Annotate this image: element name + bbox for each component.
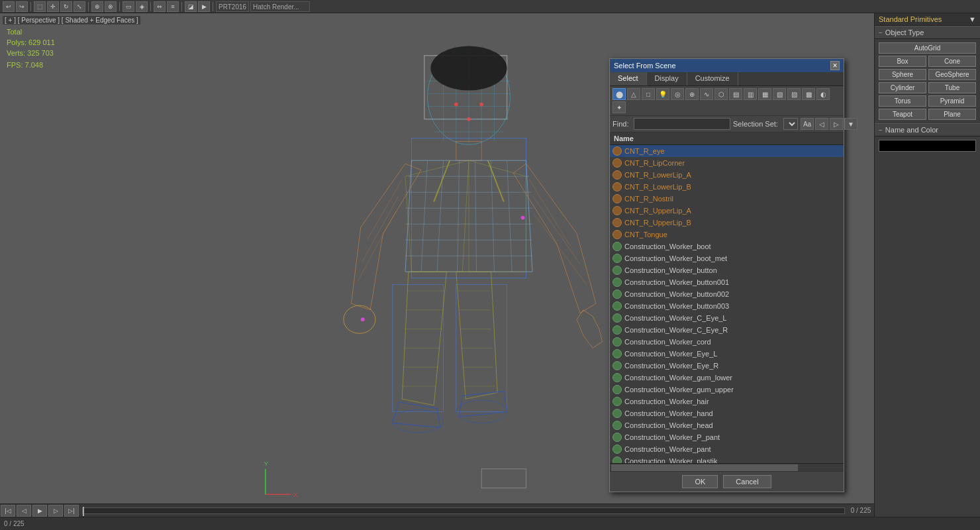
mirror-btn[interactable]: ⇔ [154,1,166,12]
snap-btn[interactable]: ⊕ [91,1,103,12]
snap2-btn[interactable]: ⊗ [105,1,117,12]
list-item[interactable]: Construction_Worker_button002 [610,288,844,300]
torus-btn[interactable]: Torus [879,95,926,107]
render-btn[interactable]: ▶ [198,1,210,12]
invert-btn[interactable]: ◐ [816,88,830,100]
cameras-btn[interactable]: ◎ [671,88,684,100]
list-item[interactable]: Construction_Worker_button001 [610,276,844,288]
list-item[interactable]: Construction_Worker_Eye_L [610,348,844,360]
scale-btn[interactable]: ⤡ [74,1,85,12]
list-item[interactable]: CNT_R_UpperLip_A [610,205,844,217]
filter5-btn[interactable]: ▨ [787,88,801,100]
plane-btn[interactable]: Plane [928,109,976,120]
align-btn[interactable]: ≡ [167,1,179,12]
timeline-track[interactable] [82,507,845,514]
collapse-object-type[interactable]: − [879,29,883,36]
autogrid-btn[interactable]: AutoGrid [879,42,976,54]
list-item[interactable]: Construction_Worker_button [610,264,844,276]
list-item[interactable]: Construction_Worker_pant [610,443,844,455]
prev-frame-btn[interactable]: ◁ [17,505,31,517]
list-item[interactable]: Construction_Worker_C_Eye_L [610,312,844,324]
list-item[interactable]: Construction_Worker_hand [610,407,844,419]
dialog-close-btn[interactable]: × [830,61,840,70]
geosphere-btn[interactable]: GeoSphere [928,69,976,80]
list-item[interactable]: Construction_Worker_button003 [610,300,844,312]
timeline-slider[interactable] [83,507,84,516]
object-list[interactable]: CNT_R_eyeCNT_R_LipCornerCNT_R_LowerLip_A… [610,145,844,463]
filter4-btn[interactable]: ▧ [773,88,786,100]
play-btn[interactable]: ▶ [32,505,47,517]
list-item-name: Construction_Worker_hand [624,409,713,417]
teapot-btn[interactable]: Teapot [879,109,926,120]
select-region-btn[interactable]: ▭ [122,1,134,12]
cancel-button[interactable]: Cancel [723,475,771,488]
filter2-btn[interactable]: ▥ [744,88,757,100]
go-start-btn[interactable]: |◁ [1,505,15,517]
tab-customize[interactable]: Customize [687,72,738,85]
pyramid-btn[interactable]: Pyramid [928,95,976,107]
undo-btn[interactable]: ↩ [3,1,15,12]
find-input[interactable] [634,118,730,130]
box-btn[interactable]: Box [879,56,926,67]
filter-btn[interactable]: ◈ [136,1,148,12]
list-item[interactable]: Construction_Worker_boot [610,240,844,252]
lights-btn[interactable]: 💡 [656,88,669,100]
viewport[interactable]: [ + ] [ Perspective ] [ Shaded + Edged F… [0,13,874,517]
spacewarps-btn[interactable]: ∿ [700,88,713,100]
list-item[interactable]: CNT_R_LipCorner [610,157,844,169]
next-result-btn[interactable]: ▷ [830,118,843,130]
options-btn[interactable]: ▼ [844,118,858,130]
list-item[interactable]: Construction_Worker_cord [610,336,844,348]
list-item[interactable]: Construction_Worker_Eye_R [610,360,844,372]
list-item[interactable]: Construction_Worker_C_Eye_R [610,324,844,336]
geometry-btn[interactable]: △ [627,88,640,100]
list-item[interactable]: Construction_Worker_gum_upper [610,384,844,396]
tab-select[interactable]: Select [610,72,647,85]
tab-display[interactable]: Display [647,72,687,85]
list-item[interactable]: Construction_Worker_gum_lower [610,372,844,384]
filter3-btn[interactable]: ▦ [758,88,771,100]
list-item[interactable]: Construction_Worker_P_pant [610,431,844,443]
filter1-btn[interactable]: ▤ [729,88,742,100]
rotate-btn[interactable]: ↻ [60,1,72,12]
name-color-bar[interactable] [879,140,976,152]
filter6-btn[interactable]: ▩ [802,88,815,100]
list-item[interactable]: CNT_R_LowerLip_A [610,169,844,181]
prev-result-btn[interactable]: ◁ [815,118,828,130]
ok-button[interactable]: OK [682,475,718,488]
list-item[interactable]: CNT_R_UpperLip_B [610,217,844,229]
next-frame-btn[interactable]: ▷ [48,505,63,517]
list-item[interactable]: CNT_R_LowerLip_B [610,181,844,193]
move-btn[interactable]: ✛ [47,1,59,12]
select-btn[interactable]: ⬚ [34,1,46,12]
list-item[interactable]: CNT_R_eye [610,145,844,157]
dialog-titlebar[interactable]: Select From Scene × [610,59,844,72]
tube-btn[interactable]: Tube [928,82,976,93]
shapes-btn[interactable]: □ [642,88,655,100]
bones-btn[interactable]: ⬡ [714,88,728,100]
right-panel: Standard Primitives ▼ − Object Type Auto… [874,13,980,517]
dialog-scrollbar-h[interactable] [610,463,844,471]
collapse-name-color[interactable]: − [879,127,883,134]
scrollbar-thumb[interactable] [611,464,798,471]
list-item[interactable]: CNT_R_Nostril [610,193,844,205]
sphere-btn[interactable]: Sphere [879,69,926,80]
selection-set-select[interactable] [783,118,798,130]
list-item-icon [612,158,622,168]
list-item[interactable]: Construction_Worker_head [610,419,844,431]
dropdown-arrow[interactable]: ▼ [969,15,976,23]
list-item-name: Construction_Worker_Eye_L [624,350,717,358]
select-all-btn[interactable]: ✦ [612,101,626,113]
go-end-btn[interactable]: ▷| [64,505,79,517]
list-item[interactable]: CNT_Tongue [610,229,844,240]
cylinder-btn[interactable]: Cylinder [879,82,926,93]
list-item[interactable]: Construction_Worker_plastik [610,455,844,463]
list-item[interactable]: Construction_Worker_hair [610,396,844,407]
all-objects-btn[interactable]: ⬤ [612,88,626,100]
helpers-btn[interactable]: ⊕ [685,88,699,100]
cone-btn[interactable]: Cone [928,56,976,67]
list-item[interactable]: Construction_Worker_boot_met [610,252,844,264]
case-sensitive-btn[interactable]: Aa [801,118,814,130]
render-setup-btn[interactable]: ◪ [185,1,197,12]
redo-btn[interactable]: ↪ [16,1,28,12]
